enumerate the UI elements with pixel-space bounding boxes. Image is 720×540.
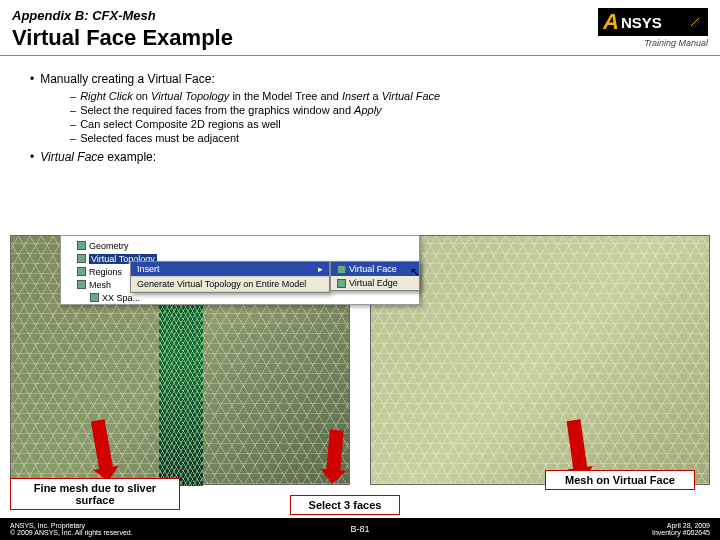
face-icon: [337, 265, 346, 274]
context-menu[interactable]: Insert ▸ Generate Virtual Topology on En…: [130, 261, 330, 293]
sub-bullet-1: –Right Click on Virtual Topology in the …: [70, 90, 700, 102]
dash-icon: –: [70, 132, 76, 144]
training-manual-label: Training Manual: [598, 38, 708, 48]
chevron-right-icon: ▸: [318, 264, 323, 274]
appendix-label: Appendix B: CFX-Mesh: [12, 8, 598, 23]
cursor-icon: ↖: [410, 265, 420, 279]
page-number: B-81: [350, 524, 369, 534]
logo-text: NSYS: [621, 14, 662, 31]
mesh-pattern: [371, 236, 709, 484]
spacing-icon: [90, 293, 99, 302]
dash-icon: –: [70, 104, 76, 116]
submenu-virtual-face[interactable]: Virtual Face: [331, 262, 419, 276]
mesh-icon: [77, 280, 86, 289]
geometry-icon: [77, 241, 86, 250]
logo-swoosh-icon: ⟋: [687, 13, 703, 31]
bullet-dot-icon: •: [30, 150, 34, 164]
header-left: Appendix B: CFX-Mesh Virtual Face Exampl…: [12, 8, 598, 51]
sub-bullet-3: –Can select Composite 2D regions as well: [70, 118, 700, 130]
topology-icon: [77, 254, 86, 263]
logo-letter: A: [603, 9, 619, 35]
graphics-area: Geometry Virtual Topology Regions Mesh X…: [10, 235, 710, 490]
regions-icon: [77, 267, 86, 276]
header-right: A NSYS ⟋ Training Manual: [598, 8, 708, 48]
content-area: •Manually creating a Virtual Face: –Righ…: [0, 56, 720, 164]
page-title: Virtual Face Example: [12, 25, 598, 51]
label-fine-mesh: Fine mesh due to sliver surface: [10, 478, 180, 510]
footer-right: April 28, 2009 Inventory #002645: [652, 522, 710, 536]
dash-icon: –: [70, 90, 76, 102]
mesh-panel-right: [370, 235, 710, 485]
bullet-dot-icon: •: [30, 72, 34, 86]
label-mesh-virtual: Mesh on Virtual Face: [545, 470, 695, 490]
menu-item-generate[interactable]: Generate Virtual Topology on Entire Mode…: [131, 277, 329, 292]
insert-submenu[interactable]: Virtual Face Virtual Edge: [330, 261, 420, 291]
sub-bullet-2: –Select the required faces from the grap…: [70, 104, 700, 116]
ansys-logo: A NSYS ⟋: [598, 8, 708, 36]
menu-item-insert[interactable]: Insert ▸: [131, 262, 329, 277]
tree-row-geometry[interactable]: Geometry: [64, 239, 416, 252]
label-select-faces: Select 3 faces: [290, 495, 400, 515]
bullet-manual-create: •Manually creating a Virtual Face:: [30, 72, 700, 86]
footer-left: ANSYS, Inc. Proprietary © 2009 ANSYS, In…: [10, 522, 133, 536]
dash-icon: –: [70, 118, 76, 130]
submenu-virtual-edge[interactable]: Virtual Edge: [331, 276, 419, 290]
edge-icon: [337, 279, 346, 288]
slide-header: Appendix B: CFX-Mesh Virtual Face Exampl…: [0, 0, 720, 51]
bullet-example: •Virtual Face example:: [30, 150, 700, 164]
slide-footer: ANSYS, Inc. Proprietary © 2009 ANSYS, In…: [0, 518, 720, 540]
sub-bullet-4: –Selected faces must be adjacent: [70, 132, 700, 144]
